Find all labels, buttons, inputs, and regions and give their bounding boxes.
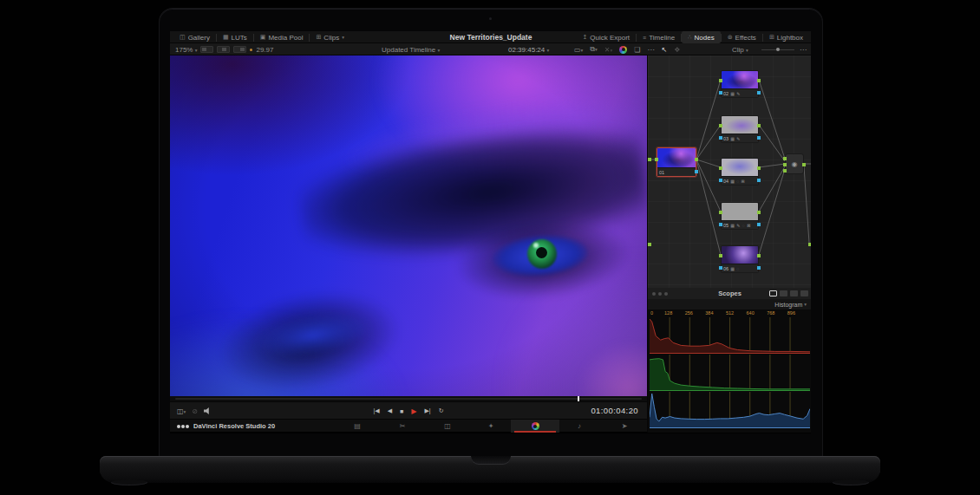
audio-mute-icon[interactable] <box>204 407 211 414</box>
page-color-button[interactable] <box>511 420 559 433</box>
timeline-button[interactable]: ≡Timeline <box>637 31 681 43</box>
scope-mode-dropdown[interactable]: Histogram▾ <box>648 299 811 309</box>
node-output[interactable]: ◉ <box>785 153 804 174</box>
tick-label: 0 <box>650 310 653 316</box>
mix-slider[interactable] <box>761 49 794 50</box>
transform-dropdown[interactable]: ✕▾ <box>604 46 612 54</box>
rgb-input-dot[interactable] <box>719 211 722 214</box>
key-output-dot[interactable] <box>757 91 761 94</box>
luts-button[interactable]: ▦LUTs <box>217 31 253 43</box>
framerate-value: 29.97 <box>256 46 273 54</box>
node-thumbnail <box>722 116 758 134</box>
rgb-output-dot[interactable] <box>695 158 698 161</box>
clip-mode-dropdown[interactable]: Clip ▾ <box>732 46 748 54</box>
key-output-dot[interactable] <box>757 136 761 140</box>
nodes-button[interactable]: ∴Nodes <box>682 31 721 43</box>
gallery-label: Gallery <box>188 34 210 42</box>
source-input-dot[interactable] <box>648 243 651 246</box>
page-deliver-button[interactable]: ➤ <box>613 420 636 433</box>
rgb-output-dot[interactable] <box>757 254 761 257</box>
rgb-input-dot[interactable] <box>719 254 722 257</box>
panel-more-icon[interactable]: ⋯ <box>800 46 807 54</box>
luts-icon: ▦ <box>223 34 229 41</box>
key-input-dot[interactable] <box>719 136 722 140</box>
effects-button[interactable]: ⊛Effects <box>722 31 762 43</box>
scopes-options-dots[interactable] <box>652 292 668 296</box>
color-wheel-icon[interactable] <box>619 46 627 54</box>
quick-export-button[interactable]: ↥Quick Export <box>576 31 636 43</box>
video-art-layer <box>170 55 647 396</box>
monitor-dropdown[interactable]: ▭▾ <box>574 46 583 54</box>
rgb-output-dot[interactable] <box>757 166 761 170</box>
step-back-button[interactable]: ◀ <box>388 407 392 414</box>
key-output-dot[interactable] <box>757 179 761 182</box>
zoom-level-dropdown[interactable]: 175% ▾ <box>175 46 197 54</box>
expand-viewer-icon[interactable]: ❏ <box>634 46 640 54</box>
node-03[interactable]: 03▦ ✎ <box>721 115 759 143</box>
lightbox-button[interactable]: ⊞Lightbox <box>763 31 809 43</box>
scope-layout-single-icon[interactable] <box>769 290 777 296</box>
rgb-output-dot[interactable] <box>757 211 761 214</box>
scopes-title: Scopes <box>718 290 742 297</box>
page-cut-button[interactable]: ✂ <box>391 420 414 433</box>
compare-toggle-1[interactable] <box>200 46 213 53</box>
source-input-dot[interactable] <box>648 158 651 161</box>
key-output-dot[interactable] <box>757 223 761 226</box>
key-input-dot[interactable] <box>719 266 722 270</box>
node-04[interactable]: 04▦ ◌ ⊞ <box>721 158 759 186</box>
key-output-dot[interactable] <box>757 266 761 270</box>
rgb-input-dot[interactable] <box>783 163 787 166</box>
rgb-input-dot[interactable] <box>719 124 722 127</box>
page-fusion-button[interactable]: ✦ <box>480 420 502 433</box>
rgb-input-dot[interactable] <box>783 157 787 160</box>
rgb-input-dot[interactable] <box>719 79 722 82</box>
compare-toggle-2[interactable] <box>217 46 230 53</box>
node-graph[interactable]: 01 02▦ ✎ <box>648 55 811 288</box>
rgb-output-dot[interactable] <box>757 124 761 127</box>
pointer-tool-icon[interactable]: ↖ <box>661 46 667 54</box>
page-edit-button[interactable]: ◫ <box>436 420 459 433</box>
rgb-input-dot[interactable] <box>655 158 658 161</box>
node-06[interactable]: 06▦ ◌ <box>721 245 759 273</box>
rgb-output-dot[interactable] <box>802 163 806 166</box>
video-frame[interactable] <box>170 55 647 396</box>
rgb-input-dot[interactable] <box>719 166 722 170</box>
key-input-dot[interactable] <box>719 179 722 182</box>
scope-layout-four-icon[interactable] <box>800 290 808 296</box>
source-timecode[interactable]: 02:39:45:24 ▾ <box>508 46 549 54</box>
scope-layout-three-icon[interactable] <box>790 290 798 296</box>
chevron-down-icon: ▾ <box>595 47 598 52</box>
scope-layout-two-icon[interactable] <box>780 290 787 296</box>
graph-output-dot[interactable] <box>808 243 811 246</box>
jump-to-end-button[interactable]: ▶| <box>424 407 430 414</box>
node-02[interactable]: 02▦ ✎ <box>721 70 759 98</box>
page-media-button[interactable]: ▤ <box>346 420 369 433</box>
clips-button[interactable]: ⊞Clips▾ <box>310 31 350 43</box>
compare-toggle-3[interactable] <box>233 46 246 53</box>
stop-button[interactable]: ■ <box>400 408 403 414</box>
play-button[interactable]: ▶ <box>411 407 416 415</box>
gallery-button[interactable]: ◫Gallery <box>173 31 216 43</box>
viewer-mode-dropdown[interactable]: ◫▾ <box>177 407 186 415</box>
node-01[interactable]: 01 <box>657 147 696 177</box>
grab-still-dropdown[interactable]: ⧉▾ <box>590 45 597 54</box>
rgb-input-dot[interactable] <box>783 169 787 173</box>
node-badges: ▦ ✎ <box>730 89 741 98</box>
bypass-grades-icon[interactable]: ⊘ <box>192 407 198 415</box>
loop-button[interactable]: ↻ <box>439 407 444 414</box>
key-input-dot[interactable] <box>719 223 722 226</box>
histogram-axis-labels: 0 128 256 384 512 640 768 896 <box>648 309 811 317</box>
node-05[interactable]: 05▦ ✎ ◌ ⊠ <box>721 202 759 230</box>
rgb-output-dot[interactable] <box>757 79 761 82</box>
more-options-icon[interactable]: ⋯ <box>647 46 654 54</box>
key-input-dot[interactable] <box>719 91 722 94</box>
key-output-dot[interactable] <box>695 170 698 173</box>
davinci-resolve-logo <box>177 425 189 428</box>
media-pool-button[interactable]: ▣Media Pool <box>254 31 310 43</box>
timeline-selector[interactable]: Updated Timeline ▾ <box>382 46 440 54</box>
node-thumbnail <box>722 246 758 264</box>
hand-tool-icon[interactable]: ❖ <box>674 46 680 54</box>
page-fairlight-button[interactable]: ♪ <box>568 420 591 433</box>
viewer-toolbar: 175% ▾ 29.97 Updated Timeline ▾ 02:39:45… <box>170 43 811 55</box>
jump-to-start-button[interactable]: |◀ <box>373 407 379 414</box>
